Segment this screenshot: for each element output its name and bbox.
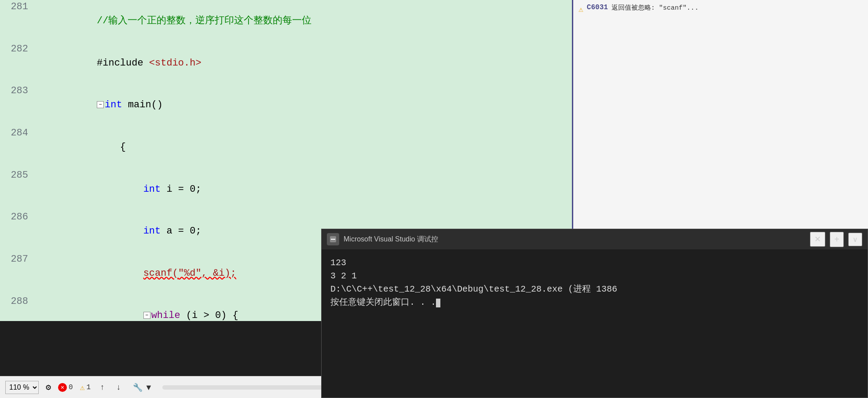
terminal-output-line: D:\C\C++\test_12_28\x64\Debug\test_12_28… [330,283,859,296]
include-path: <stdio.h> [149,58,201,69]
terminal-output-line: 3 2 1 [330,270,859,283]
line-code[interactable]: //输入一个正的整数，逆序打印这个整数的每一位 [35,0,572,42]
arrow-down-button[interactable]: ↓ [114,382,123,393]
warning-triangle-icon: ⚠ [80,383,85,392]
code-text: #include [97,58,149,69]
error-circle-icon: ✕ [58,383,67,392]
terminal-output-line: 按任意键关闭此窗口. . . [330,296,859,309]
keyword-int: int [105,99,122,110]
line-code[interactable]: int i = 0; [35,168,572,211]
keyword-int: int [143,184,161,195]
line-number: 286 [0,210,35,252]
settings-icon[interactable]: ⚙ [46,382,51,393]
comment-text: //输入一个正的整数，逆序打印这个整数的每一位 [97,15,311,26]
terminal-title: Microsoft Visual Studio 调试控 [344,235,806,244]
line-number: 281 [0,0,35,42]
warning-code[interactable]: C6031 [587,4,608,11]
line-number: 284 [0,126,35,168]
keyword-while: while [151,310,180,321]
terminal-window: Microsoft Visual Studio 调试控 ✕ + ∨ 123 3 … [321,229,868,398]
table-row: 285 int i = 0; [0,168,572,211]
terminal-add-button[interactable]: + [830,232,844,247]
arrow-up-button[interactable]: ↑ [98,382,107,393]
scanf-call: scanf("%d", &i); [143,268,236,279]
line-number: 288 [0,295,35,321]
error-badge: ✕ 0 [58,383,73,392]
code-text [97,226,143,237]
terminal-output-line: 123 [330,256,859,270]
code-text: i = 0; [161,184,201,195]
table-row: 281 //输入一个正的整数，逆序打印这个整数的每一位 [0,0,572,42]
fold-button[interactable]: − [143,312,150,319]
line-number: 282 [0,42,35,84]
code-text [97,310,143,321]
table-row: 284 { [0,126,572,168]
table-row: 282 #include <stdio.h> [0,42,572,84]
code-text: main() [122,99,163,110]
code-text: { [97,142,126,153]
debug-button[interactable]: 🔧 ▼ [130,382,155,393]
terminal-app-icon [327,233,339,245]
terminal-titlebar: Microsoft Visual Studio 调试控 ✕ + ∨ [322,229,868,249]
code-text: (i > 0) { [180,310,238,321]
line-number: 287 [0,252,35,295]
line-code[interactable]: #include <stdio.h> [35,42,572,84]
code-text [97,184,143,195]
fold-button[interactable]: − [97,101,104,108]
line-code[interactable]: −int main() [35,84,572,126]
line-number: 285 [0,168,35,211]
warning-text: 返回值被忽略: "scanf"... [612,4,699,12]
zoom-selector[interactable]: 110 % 100 % 90 % [5,381,39,394]
line-code[interactable]: { [35,126,572,168]
warning-icon: ⚠ [579,4,583,14]
terminal-close-button[interactable]: ✕ [810,232,825,247]
warning-item: ⚠ C6031 返回值被忽略: "scanf"... [573,0,868,18]
cursor [436,299,440,307]
code-text [97,268,143,279]
keyword-int: int [143,226,161,237]
warning-count: 1 [87,383,91,391]
line-number: 283 [0,84,35,126]
warning-badge: ⚠ 1 [80,383,91,392]
terminal-body: 123 3 2 1 D:\C\C++\test_12_28\x64\Debug\… [322,249,868,398]
error-count: 0 [69,383,73,391]
svg-rect-1 [331,239,335,240]
table-row: 283 −int main() [0,84,572,126]
code-text: a = 0; [161,226,201,237]
terminal-chevron-button[interactable]: ∨ [848,233,862,246]
